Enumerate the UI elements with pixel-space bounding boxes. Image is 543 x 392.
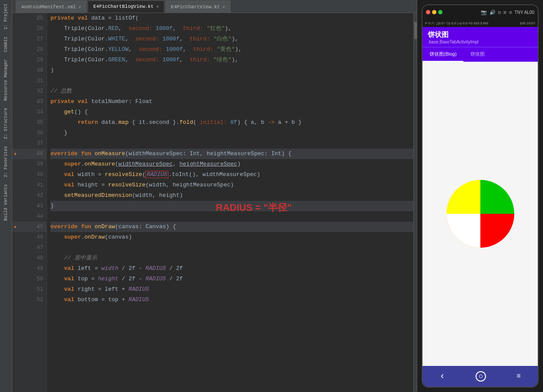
app-tab-blog[interactable]: 饼状图(Blog) — [422, 47, 463, 62]
sidebar-tab-resource[interactable]: Resource Manager — [2, 56, 10, 104]
camera-icon[interactable]: 📷 — [481, 10, 487, 15]
ln-30: 30 — [12, 65, 47, 76]
rotate-icon[interactable]: ⊡ — [498, 10, 501, 15]
fullscreen-icon[interactable]: ⊞ — [503, 10, 506, 15]
code-line-45: override fun onDraw(canvas: Canvas) { — [50, 222, 413, 232]
window-close-btn[interactable] — [426, 10, 430, 14]
code-line-37 — [50, 138, 413, 149]
ln-52: 52 — [12, 295, 47, 305]
ln-44: 44 — [12, 211, 47, 222]
ln-41: 41 — [12, 180, 47, 190]
ln-38: ●▾38 — [12, 149, 47, 159]
settings-icon[interactable]: ⚙ — [509, 10, 512, 15]
code-line-38: override fun onMeasure(widthMeasureSpec:… — [50, 149, 413, 159]
app-tab-pie[interactable]: 饼状图 — [463, 47, 492, 62]
ln-34: 34 — [12, 107, 47, 117]
ln-48: 48 — [12, 253, 47, 263]
code-line-27: Triple(Color.WHITE, second: 1000f, third… — [50, 34, 413, 44]
svg-rect-2 — [480, 179, 515, 214]
code-line-32: // 总数 — [50, 86, 413, 96]
code-line-29: Triple(Color.GREEN, second: 1000f, third… — [50, 55, 413, 65]
scrollbar-thumb[interactable] — [414, 22, 417, 39]
close-tab-chartview[interactable]: ✕ — [222, 4, 225, 10]
nav-menu-btn[interactable]: ≡ — [513, 369, 524, 384]
code-line-39: super.onMeasure(widthMeasureSpec, height… — [50, 159, 413, 169]
sidebar-tab-commit[interactable]: Commit — [2, 33, 10, 56]
ln-39: 39 — [12, 159, 47, 169]
app-title: 饼状图 — [428, 30, 533, 40]
ln-35: 35 — [12, 117, 47, 128]
ln-45: ●▾45 — [12, 222, 47, 232]
svg-rect-4 — [480, 214, 515, 249]
app-tabs: 饼状图(Blog) 饼状图 — [422, 47, 538, 62]
code-editor[interactable]: private val data = listOf( Triple(Color.… — [47, 13, 413, 392]
ln-29: 29 — [12, 55, 47, 65]
code-line-46: super.onDraw(canvas) — [50, 232, 413, 243]
device-window-controls — [426, 10, 442, 14]
code-line-30: ) — [50, 65, 413, 76]
nav-back-btn[interactable]: ‹ — [436, 368, 449, 385]
code-line-41: val height = resolveSize(width, heightMe… — [50, 180, 413, 190]
code-line-50: val top = height / 2f - RADIUS / 2f — [50, 274, 413, 284]
ln-36: 36 — [12, 128, 47, 138]
sidebar-tab-structure[interactable]: Z: Structure — [2, 104, 10, 143]
code-line-33: private val totalNumber: Float — [50, 96, 413, 107]
close-tab-blogview[interactable]: ✕ — [156, 4, 159, 9]
code-line-48: // 居中显示 — [50, 253, 413, 263]
code-line-28: Triple(Color.YELLOW, second: 1000f, thir… — [50, 44, 413, 55]
device-toolbar-icons: 📷 🔊 ⊡ ⊞ ⚙ TNY AL00 — [481, 10, 534, 15]
tab-label-active: E4PicChartBlogView.kt — [93, 4, 154, 9]
code-line-43: } RADIUS = "半径" — [50, 201, 413, 211]
tab-androidmanifest[interactable]: AndroidManifest.xml ✕ — [16, 0, 87, 13]
left-sidebar: 1: Project Commit Resource Manager Z: St… — [0, 0, 12, 392]
code-line-26: Triple(Color.RED, second: 1000f, third: … — [50, 23, 413, 34]
window-minimize-btn[interactable] — [432, 10, 436, 14]
device-status-bar: P 0.7↑ △0.0↑ ▽y 0.0 ▷y 0.0 Y0 333.5 MS 1… — [422, 19, 538, 27]
ln-27: 27 — [12, 34, 47, 44]
ln-28: 28 — [12, 44, 47, 55]
sidebar-tab-favorites[interactable]: 2: Favorites — [2, 143, 10, 181]
nav-home-btn[interactable]: ○ — [476, 371, 486, 382]
sidebar-tab-build[interactable]: Build Variants — [2, 181, 10, 224]
code-line-47 — [50, 243, 413, 253]
volume-icon[interactable]: 🔊 — [489, 10, 496, 15]
emulator-panel: 📷 🔊 ⊡ ⊞ ⚙ TNY AL00 P 0.7↑ △0.0↑ ▽y 0.0 ▷… — [417, 0, 543, 392]
sidebar-tab-project[interactable]: 1: Project — [2, 0, 10, 33]
ln-43: ▴43 — [12, 201, 47, 211]
tab-e4picchartblogview[interactable]: E4PicChartBlogView.kt ✕ — [87, 0, 164, 13]
ln-49: 49 — [12, 263, 47, 274]
pie-chart-svg — [446, 179, 515, 249]
code-line-42: setMeasuredDimension(width, height) — [50, 190, 413, 201]
code-line-31 — [50, 76, 413, 86]
device-frame: 📷 🔊 ⊡ ⊞ ⚙ TNY AL00 P 0.7↑ △0.0↑ ▽y 0.0 ▷… — [422, 4, 539, 388]
tab-e4picchartview[interactable]: E4PicChartView.kt ✕ — [165, 0, 231, 13]
nav-bar: ‹ ○ ≡ — [422, 366, 538, 387]
vertical-scrollbar[interactable] — [413, 13, 417, 392]
editor-wrapper: ▾25 26 27 28 29 30 31 32 ▾33 34 35 36 37… — [12, 13, 417, 392]
app-bar: 饼状图 .base.BaseTabActivityImpl — [422, 27, 538, 47]
pie-chart-area — [422, 62, 538, 366]
code-line-49: val left = width / 2f - RADIUS / 2f — [50, 263, 413, 274]
status-right: 100 10:07 — [520, 21, 535, 25]
main-editor-area: AndroidManifest.xml ✕ E4PicChartBlogView… — [12, 0, 417, 392]
code-line-44 — [50, 211, 413, 222]
app-subtitle: .base.BaseTabActivityImpl — [428, 40, 533, 44]
code-line-34: get() { — [50, 107, 413, 117]
close-tab-androidmanifest[interactable]: ✕ — [78, 4, 81, 10]
code-line-25: private val data = listOf( — [50, 13, 413, 23]
ln-32: 32 — [12, 86, 47, 96]
device-name-label: TNY AL00 — [515, 10, 534, 15]
ln-40: 40 — [12, 169, 47, 180]
window-maximize-btn[interactable] — [438, 10, 442, 14]
line-number-gutter: ▾25 26 27 28 29 30 31 32 ▾33 34 35 36 37… — [12, 13, 47, 392]
ln-47: 47 — [12, 243, 47, 253]
svg-rect-1 — [446, 179, 480, 214]
code-line-40: val width = resolveSize(RADIUS.toInt(), … — [50, 169, 413, 180]
ln-25: ▾25 — [12, 13, 47, 23]
ln-50: 50 — [12, 274, 47, 284]
device-top-bar: 📷 🔊 ⊡ ⊞ ⚙ TNY AL00 — [422, 5, 538, 19]
tab-label-3: E4PicChartView.kt — [171, 4, 220, 10]
ln-37: 37 — [12, 138, 47, 149]
tab-label: AndroidManifest.xml — [21, 4, 76, 10]
code-line-36: } — [50, 128, 413, 138]
